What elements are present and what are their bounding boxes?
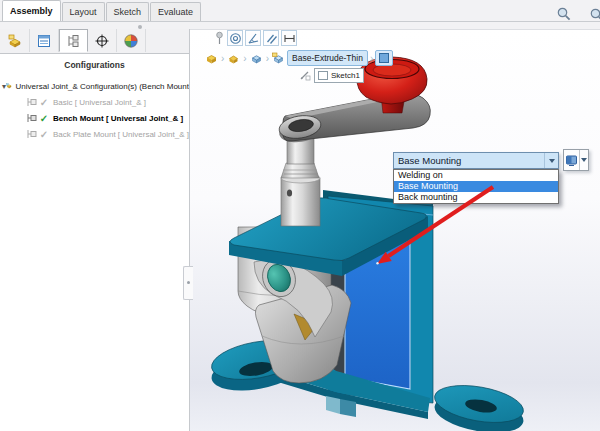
breadcrumb-feature-chip[interactable]: Base-Extrude-Thin	[287, 50, 368, 66]
collapsed-ribbon-strip	[0, 22, 600, 29]
sketch-square-icon	[318, 71, 328, 80]
concentric-mate-icon[interactable]	[227, 30, 243, 46]
body-crumb-icon[interactable]	[249, 51, 264, 66]
angle-mate-icon[interactable]	[245, 30, 261, 46]
config-item-label: Back Plate Mount [ Universal Joint_& ]	[53, 130, 189, 139]
display-state-caret[interactable]	[579, 150, 588, 170]
config-item-label: Basic [ Universal Joint_& ]	[53, 98, 146, 107]
pin-icon[interactable]	[214, 31, 225, 46]
configuration-dropdown-list: Welding on Base Mounting Back mounting	[393, 169, 559, 204]
configurations-tree: ▾ Universal Joint_& Configuration(s) (Be…	[0, 78, 189, 142]
combo-value: Base Mounting	[394, 155, 544, 166]
display-manager-icon[interactable]	[117, 29, 146, 52]
feature-manager-icon[interactable]	[1, 29, 30, 52]
context-toolbar	[214, 30, 297, 46]
chevron-right-icon: ›	[370, 53, 373, 64]
part-crumb-icon[interactable]	[226, 51, 241, 66]
active-check-icon: ✓	[38, 113, 50, 124]
tab-sketch[interactable]: Sketch	[106, 2, 150, 21]
sketch-icon	[299, 70, 311, 82]
config-root-label: Universal Joint_& Configuration(s) (Benc…	[16, 82, 189, 91]
chevron-down-icon	[549, 159, 555, 163]
dropdown-option-welding-on[interactable]: Welding on	[394, 170, 558, 181]
config-item-bench-mount[interactable]: ✓ Bench Mount [ Universal Joint_& ]	[0, 110, 189, 126]
sketch-callout: Sketch1	[299, 68, 364, 83]
sketch1-box[interactable]: Sketch1	[314, 68, 364, 83]
dropdown-option-back-mounting[interactable]: Back mounting	[394, 192, 558, 203]
config-item-back-plate-mount[interactable]: ✓ Back Plate Mount [ Universal Joint_& ]	[0, 126, 189, 142]
tab-evaluate[interactable]: Evaluate	[150, 2, 201, 21]
dimxpert-icon[interactable]	[88, 29, 117, 52]
tab-layout[interactable]: Layout	[62, 2, 105, 21]
check-icon: ✓	[38, 97, 50, 108]
check-icon: ✓	[38, 129, 50, 140]
chevron-right-icon: ›	[243, 53, 246, 64]
solidworks-window: Assembly Layout Sketch Evaluate	[0, 0, 600, 431]
assembly-icon	[6, 79, 12, 93]
config-tree-root[interactable]: ▾ Universal Joint_& Configuration(s) (Be…	[0, 78, 189, 94]
configuration-manager-icon[interactable]	[59, 29, 88, 52]
combo-caret[interactable]	[544, 153, 558, 168]
display-state-button[interactable]	[563, 149, 589, 171]
zoom-tool-icon[interactable]	[556, 6, 572, 24]
tab-assembly[interactable]: Assembly	[2, 0, 61, 21]
configurations-panel-title: Configurations	[0, 54, 189, 74]
manager-tab-strip	[0, 29, 189, 54]
configuration-combo-box[interactable]: Base Mounting	[393, 152, 559, 169]
selection-breadcrumbs: › › › Base-Extrude-Thin ›	[204, 50, 393, 66]
chevron-right-icon: ›	[221, 53, 224, 64]
chevron-down-icon	[581, 158, 587, 162]
configuration-icon	[26, 112, 38, 124]
breadcrumb-face-chip[interactable]	[375, 50, 393, 66]
distance-mate-icon[interactable]	[281, 30, 297, 46]
assembly-crumb-icon[interactable]	[204, 51, 219, 66]
sketch-label: Sketch1	[331, 71, 360, 80]
configuration-icon	[26, 96, 38, 108]
config-item-label: Bench Mount [ Universal Joint_& ]	[53, 114, 183, 123]
feature-crumb-icon[interactable]	[271, 51, 286, 66]
chevron-right-icon: ›	[266, 53, 269, 64]
parallel-mate-icon[interactable]	[263, 30, 279, 46]
config-item-basic[interactable]: ✓ Basic [ Universal Joint_& ]	[0, 94, 189, 110]
zoom-tool-icon-2[interactable]	[589, 6, 600, 24]
face-icon	[379, 53, 389, 63]
property-manager-icon[interactable]	[30, 29, 59, 52]
configuration-icon	[26, 128, 38, 140]
dropdown-option-base-mounting[interactable]: Base Mounting	[394, 181, 558, 192]
graphics-viewport[interactable]	[190, 29, 600, 431]
display-state-icon	[564, 154, 579, 167]
command-tab-bar: Assembly Layout Sketch Evaluate	[0, 0, 600, 22]
panel-splitter-handle[interactable]	[183, 266, 193, 300]
configuration-manager-panel: Configurations ▾ Universal Joint_& Confi…	[0, 29, 190, 431]
